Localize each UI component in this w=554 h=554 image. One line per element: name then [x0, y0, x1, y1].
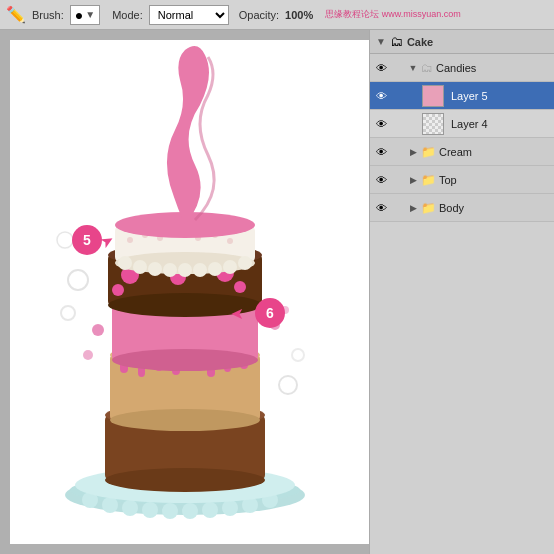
- svg-point-45: [133, 260, 147, 274]
- eye-icon-candies[interactable]: 👁: [374, 61, 388, 75]
- collapse-cream[interactable]: ▶: [408, 147, 418, 157]
- toolbar: ✏️ Brush: ● ▼ Mode: Normal Opacity: 100%…: [0, 0, 554, 30]
- layers-panel: ▼ 🗂 Cake 👁 ▼ 🗂 Candies 👁 Layer 5 👁: [369, 30, 554, 554]
- mode-label: Mode:: [112, 9, 143, 21]
- brush-label: Brush:: [32, 9, 64, 21]
- svg-point-49: [193, 263, 207, 277]
- svg-point-29: [112, 349, 258, 371]
- annotation-6-circle: 6: [255, 298, 285, 328]
- annotation-5-circle: 5: [72, 225, 102, 255]
- svg-point-53: [127, 237, 133, 243]
- mode-select[interactable]: Normal: [149, 5, 229, 25]
- svg-point-3: [102, 497, 118, 513]
- svg-point-4: [122, 500, 138, 516]
- svg-point-47: [163, 263, 177, 277]
- layer-item-layer4[interactable]: 👁 Layer 4: [370, 110, 554, 138]
- top-label: Top: [439, 174, 550, 186]
- svg-point-8: [202, 502, 218, 518]
- svg-point-7: [182, 503, 198, 519]
- svg-point-69: [57, 232, 73, 248]
- eye-icon-body[interactable]: 👁: [374, 201, 388, 215]
- folder-icon-cake: 🗂: [390, 34, 403, 49]
- layer5-label: Layer 5: [451, 90, 550, 102]
- collapse-candies[interactable]: ▼: [408, 63, 418, 73]
- collapse-top[interactable]: ▶: [408, 175, 418, 185]
- candies-label: Candies: [436, 62, 550, 74]
- svg-point-44: [118, 256, 132, 270]
- layers-panel-header: ▼ 🗂 Cake: [370, 30, 554, 54]
- layer5-thumb: [422, 85, 444, 107]
- layer-item-top[interactable]: 👁 ▶ 📁 Top: [370, 166, 554, 194]
- svg-point-65: [68, 270, 88, 290]
- svg-point-37: [112, 284, 124, 296]
- layer4-label: Layer 4: [451, 118, 550, 130]
- layer4-thumb: [422, 113, 444, 135]
- svg-point-66: [61, 306, 75, 320]
- cake-illustration: [30, 45, 340, 535]
- layer-item-body[interactable]: 👁 ▶ 📁 Body: [370, 194, 554, 222]
- svg-point-18: [110, 409, 260, 431]
- main-area: 5 ➤ ➤ 6 ▼ 🗂 Cake 👁 ▼ �: [0, 30, 554, 554]
- svg-point-67: [279, 376, 297, 394]
- opacity-label: Opacity:: [239, 9, 279, 21]
- folder-cream: 📁: [421, 145, 436, 159]
- svg-point-46: [148, 262, 162, 276]
- layer-item-cream[interactable]: 👁 ▶ 📁 Cream: [370, 138, 554, 166]
- folder-body: 📁: [421, 201, 436, 215]
- collapse-body[interactable]: ▶: [408, 203, 418, 213]
- svg-point-62: [83, 350, 93, 360]
- cake-group-label[interactable]: Cake: [407, 36, 433, 48]
- brush-tool-icon[interactable]: ✏️: [6, 5, 26, 24]
- layer-item-layer5[interactable]: 👁 Layer 5: [370, 82, 554, 110]
- svg-point-48: [178, 263, 192, 277]
- eye-icon-layer4[interactable]: 👁: [374, 117, 388, 131]
- svg-point-50: [208, 262, 222, 276]
- canvas-area[interactable]: 5 ➤ ➤ 6: [0, 30, 369, 554]
- body-label: Body: [439, 202, 550, 214]
- canvas-white: 5 ➤ ➤ 6: [10, 40, 369, 544]
- collapse-arrow-icon[interactable]: ▼: [376, 36, 386, 47]
- svg-point-59: [227, 238, 233, 244]
- svg-point-9: [222, 500, 238, 516]
- eye-icon-top[interactable]: 👁: [374, 173, 388, 187]
- svg-point-68: [292, 349, 304, 361]
- svg-point-38: [234, 281, 246, 293]
- cream-label: Cream: [439, 146, 550, 158]
- folder-candies: 🗂: [421, 61, 433, 75]
- svg-point-51: [223, 260, 237, 274]
- opacity-value: 100%: [285, 9, 313, 21]
- eye-icon-layer5[interactable]: 👁: [374, 89, 388, 103]
- svg-point-52: [238, 256, 252, 270]
- watermark-text: 思缘教程论坛 www.missyuan.com: [325, 8, 461, 21]
- svg-point-5: [142, 502, 158, 518]
- layer-item-candies[interactable]: 👁 ▼ 🗂 Candies: [370, 54, 554, 82]
- svg-point-15: [105, 468, 265, 492]
- svg-point-6: [162, 503, 178, 519]
- svg-point-61: [92, 324, 104, 336]
- brush-size-selector[interactable]: ● ▼: [70, 5, 100, 25]
- eye-icon-cream[interactable]: 👁: [374, 145, 388, 159]
- folder-top: 📁: [421, 173, 436, 187]
